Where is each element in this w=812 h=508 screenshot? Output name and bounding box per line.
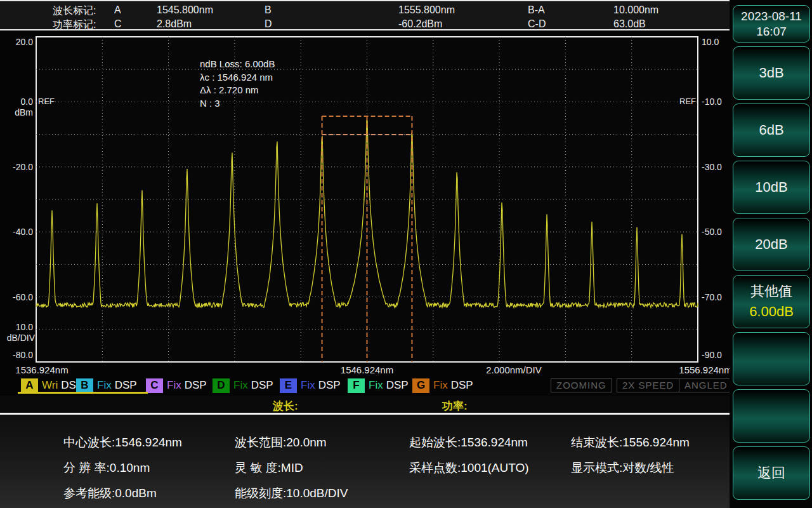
marker-value: 1545.800nm bbox=[157, 4, 213, 16]
y-axis-tick-left: -80.0 bbox=[13, 350, 33, 360]
section-header-row: 波长: 功率: bbox=[0, 396, 730, 413]
trace-mode-label: Fix bbox=[369, 379, 383, 392]
sidebar-button-3db[interactable]: 3dB bbox=[733, 46, 810, 100]
trace-letter-box: E bbox=[280, 378, 297, 393]
sidebar-button-20db[interactable]: 20dB bbox=[733, 218, 810, 271]
info-field: 分 辨 率:0.10nm bbox=[63, 460, 150, 476]
info-field: 参考能级:0.0dBm bbox=[63, 485, 157, 502]
marker-bar: 波长标记:A1545.800nmB1555.800nmB-A10.000nm功率… bbox=[0, 0, 730, 30]
sidebar-button-label: 其他值 bbox=[750, 281, 792, 302]
sidebar-button-6db[interactable]: 6dB bbox=[733, 104, 810, 157]
sidebar-button-return[interactable]: 返回 bbox=[733, 446, 810, 500]
sidebar-button-label: 6.00dB bbox=[749, 302, 794, 322]
trace-mode-label: Fix bbox=[167, 379, 181, 392]
trace-letter-box: C bbox=[146, 378, 163, 393]
y-axis-scale-value: 10.0 bbox=[16, 322, 33, 332]
trace-button-d[interactable]: DFixDSP bbox=[213, 378, 273, 393]
x-axis-center: 1546.924nm bbox=[341, 364, 393, 375]
y-axis-tick-left: -40.0 bbox=[13, 227, 33, 237]
osa-screen: 波长标记:A1545.800nmB1555.800nmB-A10.000nm功率… bbox=[0, 0, 812, 508]
sidebar-button-label: 3dB bbox=[759, 63, 783, 83]
trace-letter-box: A bbox=[21, 378, 38, 393]
marker-name: D bbox=[265, 18, 272, 30]
active-trace-underline bbox=[18, 392, 148, 394]
sidebar-button-label: 16:07 bbox=[756, 24, 787, 39]
trace-mode-label: Fix bbox=[97, 379, 112, 392]
marker-name: C-D bbox=[528, 18, 546, 30]
y-axis-tick-right: -70.0 bbox=[702, 292, 722, 302]
trace-button-b[interactable]: BFixDSP bbox=[76, 378, 137, 393]
annotation-line: λc : 1546.924 nm bbox=[200, 72, 273, 83]
x-axis-div: 2.000nm/DIV bbox=[486, 364, 542, 375]
annotation-line: N : 3 bbox=[200, 98, 220, 109]
trace-button-e[interactable]: EFixDSP bbox=[280, 378, 341, 393]
trace-proc-label: DSP bbox=[251, 379, 273, 392]
info-field: 灵 敏 度:MID bbox=[235, 460, 303, 476]
trace-proc-label: DSP bbox=[185, 379, 207, 392]
info-field: 显示模式:对数/线性 bbox=[571, 460, 674, 476]
trace-button-a[interactable]: AWriDSP bbox=[21, 378, 83, 393]
sidebar-button-empty-1[interactable] bbox=[733, 332, 810, 385]
trace-button-c[interactable]: CFixDSP bbox=[146, 378, 207, 393]
sidebar-button-label: 10dB bbox=[755, 177, 787, 197]
y-axis-tick-right: -30.0 bbox=[702, 162, 722, 172]
spectrum-plot: 20.00.0-20.0-40.0-60.0-80.0dBm10.0dB/DIV… bbox=[0, 30, 730, 377]
y-axis-tick-left: -20.0 bbox=[13, 162, 33, 172]
x-axis-end: 1556.924nm bbox=[679, 364, 730, 375]
power-section-label: 功率: bbox=[442, 399, 468, 413]
y-axis-tick-left: 20.0 bbox=[16, 37, 33, 47]
sidebar-button-label: 6dB bbox=[759, 120, 783, 140]
y-axis-tick-left: -60.0 bbox=[13, 292, 33, 302]
trace-letter-box: D bbox=[213, 378, 230, 393]
settings-info-panel: 中心波长:1546.924nm波长范围:20.0nm起始波长:1536.924n… bbox=[0, 415, 730, 508]
y-axis-tick-left: 0.0 bbox=[21, 97, 34, 107]
trace-proc-label: DSP bbox=[451, 379, 473, 392]
x-axis-start: 1536.924nm bbox=[15, 364, 68, 375]
marker-name: C bbox=[114, 18, 122, 30]
info-field: 波长范围:20.0nm bbox=[235, 434, 327, 451]
marker-row-label: 波长标记: bbox=[53, 4, 96, 18]
annotation-line: ndB Loss: 6.00dB bbox=[200, 58, 275, 69]
status-indicator-2x-speed: 2X SPEED bbox=[617, 378, 679, 392]
trace-selector-bar: AWriDSPBFixDSPCFixDSPDFixDSPEFixDSPFFixD… bbox=[0, 377, 730, 396]
sidebar-button-10db[interactable]: 10dB bbox=[733, 161, 810, 214]
sidebar-button-other-value[interactable]: 其他值6.00dB bbox=[733, 275, 810, 328]
y-axis-tick-right: -90.0 bbox=[702, 350, 722, 360]
marker-name: B bbox=[265, 4, 272, 16]
info-field: 采样点数:1001(AUTO) bbox=[409, 460, 529, 476]
y-axis-unit-left: dBm bbox=[15, 107, 33, 117]
sidebar-button-label: 20dB bbox=[755, 234, 787, 255]
marker-value: 63.0dB bbox=[613, 18, 646, 30]
marker-name: A bbox=[114, 4, 121, 16]
status-indicator-zooming: ZOOMING bbox=[551, 378, 612, 392]
trace-letter-box: F bbox=[348, 378, 365, 393]
trace-mode-label: Fix bbox=[233, 379, 248, 392]
marker-row-label: 功率标记: bbox=[53, 18, 96, 32]
sidebar-button-datetime[interactable]: 2023-08-1116:07 bbox=[733, 5, 810, 43]
status-indicator-angled: ANGLED bbox=[679, 378, 733, 392]
softkey-sidebar: 2023-08-1116:073dB6dB10dB20dB其他值6.00dB返回 bbox=[730, 0, 812, 508]
info-field: 起始波长:1536.924nm bbox=[409, 434, 528, 451]
y-axis-scale-unit: dB/DIV bbox=[7, 333, 36, 343]
info-field: 能级刻度:10.0dB/DIV bbox=[235, 485, 348, 502]
marker-value: -60.2dBm bbox=[398, 18, 442, 30]
sidebar-button-empty-2[interactable] bbox=[733, 389, 810, 443]
marker-value: 10.000nm bbox=[613, 4, 658, 16]
trace-proc-label: DSP bbox=[115, 379, 137, 392]
marker-name: B-A bbox=[528, 4, 545, 16]
annotation-line: Δλ : 2.720 nm bbox=[200, 84, 259, 95]
trace-mode-label: Wri bbox=[42, 379, 58, 392]
ref-marker-right: REF bbox=[679, 97, 696, 106]
trace-button-g[interactable]: GFixDSP bbox=[412, 378, 473, 393]
ref-marker-left: REF bbox=[38, 97, 55, 106]
trace-letter-box: G bbox=[412, 378, 429, 393]
info-field: 结束波长:1556.924nm bbox=[571, 434, 690, 451]
trace-letter-box: B bbox=[76, 378, 93, 393]
marker-value: 1555.800nm bbox=[398, 4, 455, 16]
y-axis-tick-right: -50.0 bbox=[702, 227, 722, 237]
y-axis-tick-right: 10.0 bbox=[702, 37, 719, 47]
trace-mode-label: Fix bbox=[433, 379, 448, 392]
spectrum-chart-area: 20.00.0-20.0-40.0-60.0-80.0dBm10.0dB/DIV… bbox=[0, 30, 730, 377]
trace-button-f[interactable]: FFixDSP bbox=[348, 378, 409, 393]
marker-value: 2.8dBm bbox=[157, 18, 192, 30]
